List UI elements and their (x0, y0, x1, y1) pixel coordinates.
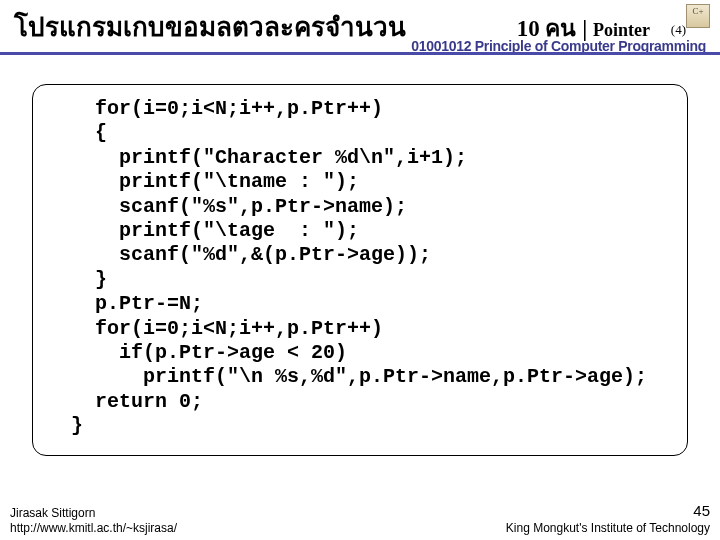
code-block: for(i=0;i<N;i++,p.Ptr++) { printf("Chara… (71, 97, 677, 438)
cpp-logo-icon: C+ (686, 4, 710, 28)
header-rule (0, 52, 720, 55)
page-badge: (4) (671, 22, 686, 38)
footer-right: 45 King Mongkut's Institute of Technolog… (506, 502, 710, 536)
slide-number: 45 (506, 502, 710, 521)
author-url: http://www.kmitl.ac.th/~ksjirasa/ (10, 521, 177, 536)
title-left: โปรแกรมเกบขอมลตวละครจำนวน (14, 6, 406, 47)
title-pointer: Pointer (593, 20, 650, 40)
footer-left: Jirasak Sittigorn http://www.kmitl.ac.th… (10, 506, 177, 536)
author-name: Jirasak Sittigorn (10, 506, 177, 521)
slide-header: โปรแกรมเกบขอมลตวละครจำนวน 10 คน | Pointe… (0, 0, 720, 58)
institute-name: King Mongkut's Institute of Technology (506, 521, 710, 536)
code-card: for(i=0;i<N;i++,p.Ptr++) { printf("Chara… (32, 84, 688, 456)
